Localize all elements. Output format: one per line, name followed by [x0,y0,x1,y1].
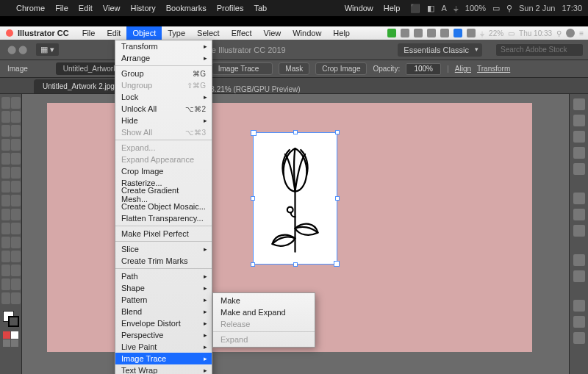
object-menu-item[interactable]: Transform [115,40,212,52]
menu-item-label: Hide [121,116,138,125]
object-menu-item[interactable]: Image Trace [115,353,212,364]
tool-blend[interactable] [1,265,21,276]
status-icon[interactable] [440,29,449,37]
object-menu-item[interactable]: Pattern [115,294,212,306]
mac-menu-profiles[interactable]: Profiles [217,4,244,12]
image-trace-submenu-item[interactable]: Make and Expand [213,306,315,318]
tool-brush[interactable] [1,167,21,179]
ai-menu-effect[interactable]: Effect [226,26,258,40]
panel-icon-symbols[interactable] [573,163,585,175]
status-icon[interactable] [427,29,436,37]
panel-icon-swatches[interactable] [573,131,585,143]
mac-menu-tab[interactable]: Tab [254,4,267,12]
tool-eyedropper[interactable] [1,251,21,262]
tool-artboard[interactable] [1,278,21,290]
tool-mesh[interactable] [1,237,21,248]
workspace-switcher[interactable]: Essentials Classic [398,43,482,57]
object-menu-item[interactable]: Slice [115,243,212,255]
opacity-field[interactable] [406,63,441,75]
ai-menu-file[interactable]: File [76,26,101,40]
image-trace-submenu-item[interactable]: Make [213,295,315,306]
panel-icon-layers[interactable] [573,300,585,312]
object-menu-item[interactable]: Envelope Distort [115,317,212,329]
object-menu-item[interactable]: Create Object Mosaic... [115,201,212,212]
panel-icon-properties[interactable] [573,98,585,110]
object-menu-item[interactable]: Create Gradient Mesh... [115,189,212,201]
evernote-icon[interactable] [387,29,396,37]
ai-menu-help[interactable]: Help [327,26,356,40]
selected-image[interactable] [253,132,337,265]
tool-rect[interactable] [1,153,21,165]
spotlight-icon[interactable]: ⚲ [556,29,562,37]
object-menu-item[interactable]: Make Pixel Perfect [115,228,212,240]
object-menu-item[interactable]: Live Paint [115,341,212,353]
spotlight-icon[interactable]: ⚲ [506,4,512,13]
status-icon[interactable] [401,29,409,37]
tool-rotate[interactable] [1,181,21,193]
object-menu-item[interactable]: Crop Image [115,165,212,177]
ai-menu-view[interactable]: View [258,26,287,40]
object-menu-item[interactable]: Create Trim Marks [115,255,212,267]
object-menu-item[interactable]: Flatten Transparency... [115,212,212,224]
object-menu-item[interactable]: Arrange [115,52,212,64]
object-menu-item[interactable]: Perspective [115,329,212,341]
panel-icon-artboards[interactable] [573,332,585,344]
object-menu-item[interactable]: Hide [115,115,212,126]
ai-menu-select[interactable]: Select [191,26,226,40]
panel-icon-graphic-styles[interactable] [573,270,585,282]
flower-drawing [259,139,331,258]
tool-type[interactable] [1,139,21,151]
tool-pen[interactable] [1,125,21,137]
mac-menu-help[interactable]: Help [384,4,401,12]
panel-icon-transparency[interactable] [573,225,585,237]
mac-menu-edit[interactable]: Edit [79,4,93,12]
object-menu-item[interactable]: Text Wrap [115,364,212,374]
object-menu-item[interactable]: Path [115,270,212,282]
tool-hand[interactable] [1,292,21,304]
mac-menu-bookmarks[interactable]: Bookmarks [166,4,207,12]
image-trace-button[interactable]: Image Trace [212,62,273,75]
fill-stroke-control[interactable] [3,311,19,327]
panel-icon-asset-export[interactable] [573,316,585,328]
ai-menu-window[interactable]: Window [287,26,327,40]
object-menu-item[interactable]: Shape [115,282,212,294]
object-menu-item[interactable]: Group⌘G [115,68,212,79]
notifications-icon[interactable]: ≡ [579,29,584,37]
panel-icon-color[interactable] [573,115,585,126]
window-close-icon[interactable] [6,29,13,37]
tool-wand[interactable] [1,111,21,123]
panel-icon-brushes[interactable] [573,147,585,159]
tool-selection[interactable] [1,97,21,109]
object-menu-item[interactable]: Blend [115,306,212,317]
panel-icon-stroke[interactable] [573,193,585,204]
mac-menu-view[interactable]: View [103,4,121,12]
adobe-stock-search-input[interactable] [495,43,584,57]
ai-menu-type[interactable]: Type [162,26,191,40]
tool-scale[interactable] [1,195,21,206]
siri-icon[interactable] [566,29,575,37]
macos-app-name[interactable]: Chrome [16,4,45,12]
panel-icon-gradient[interactable] [573,209,585,220]
mac-menu-window[interactable]: Window [345,4,373,12]
transform-panel-link[interactable]: Transform [477,65,510,73]
ai-menu-edit[interactable]: Edit [101,26,126,40]
align-panel-link[interactable]: Align [455,65,471,73]
bluetooth-icon[interactable] [467,29,476,37]
panels-collapsed [569,94,588,374]
mac-menu-file[interactable]: File [55,4,68,12]
crop-image-button[interactable]: Crop Image [315,62,367,75]
tool-shapebuilder[interactable] [1,223,21,234]
panel-icon-appearance[interactable] [573,254,585,266]
status-icon[interactable] [414,29,423,37]
object-menu-item[interactable]: Lock [115,91,212,103]
mask-button[interactable]: Mask [279,62,309,75]
object-menu-item[interactable]: Unlock All⌥⌘2 [115,103,212,115]
draw-mode-controls[interactable] [3,331,19,347]
tool-width[interactable] [1,209,21,220]
status-icon[interactable] [453,29,462,37]
wifi-icon[interactable]: ⏚ [453,4,459,12]
ai-menu-object[interactable]: Object [126,26,162,40]
mac-menu-history[interactable]: History [130,4,155,12]
panel-toggle-icon[interactable]: ▦ ▾ [36,43,59,56]
wifi-icon[interactable]: ⏚ [480,29,484,37]
